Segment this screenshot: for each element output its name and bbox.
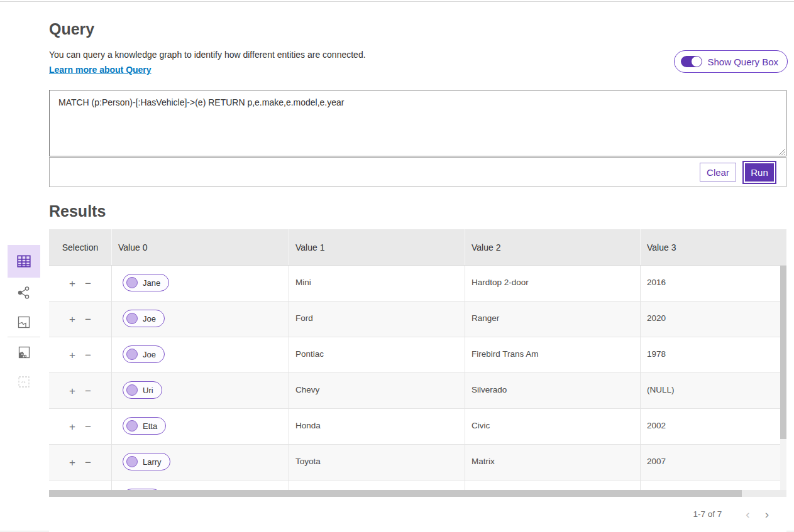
table-footer: 1-7 of 7 ‹ ›: [49, 497, 786, 531]
table-header-row: Selection Value 0 Value 1 Value 2 Value …: [49, 229, 786, 265]
entity-node-icon: [126, 456, 138, 467]
pagination-next-icon[interactable]: ›: [765, 508, 769, 520]
entity-cell: Larry: [112, 445, 289, 480]
entity-chip[interactable]: Etta: [123, 417, 166, 435]
cell-value1: Honda: [289, 409, 465, 444]
remove-selection-button[interactable]: −: [85, 421, 91, 432]
pagination-prev-icon[interactable]: ‹: [746, 508, 749, 520]
cell-value3: (NULL): [641, 373, 786, 408]
toggle-switch-icon[interactable]: [681, 56, 702, 67]
entity-node-icon: [126, 277, 138, 288]
column-header-value3[interactable]: Value 3: [641, 229, 786, 265]
query-input[interactable]: MATCH (p:Person)-[:HasVehicle]->(e) RETU…: [49, 90, 786, 156]
column-header-value1[interactable]: Value 1: [289, 229, 465, 265]
map-overlay-icon: [16, 345, 31, 360]
clear-button[interactable]: Clear: [700, 163, 736, 182]
entity-chip-label: Jane: [143, 278, 160, 288]
selection-disabled-icon: [16, 374, 31, 389]
cell-value2: Matrix: [465, 445, 641, 480]
results-section-title: Results: [49, 202, 106, 220]
cell-value1: Pontiac: [289, 337, 465, 372]
learn-more-link[interactable]: Learn more about Query: [49, 65, 152, 75]
add-selection-button[interactable]: +: [69, 386, 75, 396]
selection-cell: + −: [49, 301, 112, 337]
sidebar-item-map-view[interactable]: [8, 307, 40, 337]
cell-value1: Chevy: [289, 373, 465, 408]
table-row: + − Joe Pontiac Firebird Trans Am 1978: [49, 337, 786, 373]
entity-cell: Joe: [112, 337, 289, 372]
run-button[interactable]: Run: [744, 162, 775, 183]
horizontal-scrollbar[interactable]: [49, 490, 786, 497]
add-selection-button[interactable]: +: [69, 278, 75, 289]
add-selection-button[interactable]: +: [69, 457, 75, 468]
entity-chip-label: Uri: [143, 386, 153, 395]
cell-value2: Ranger: [465, 301, 641, 337]
selection-cell: + −: [49, 337, 112, 372]
entity-chip[interactable]: Larry: [123, 453, 170, 470]
remove-selection-button[interactable]: −: [85, 386, 91, 396]
entity-chip[interactable]: Joe: [123, 345, 165, 363]
entity-node-icon: [126, 349, 138, 360]
cell-value2: Civic: [465, 409, 641, 444]
selection-cell: + −: [49, 480, 112, 490]
entity-chip-label: Larry: [143, 457, 162, 467]
toggle-label: Show Query Box: [707, 57, 778, 67]
remove-selection-button[interactable]: −: [85, 278, 91, 289]
horizontal-scrollbar-thumb[interactable]: [49, 490, 742, 497]
cell-value2: Silverado: [465, 373, 641, 408]
table-icon: [16, 253, 32, 269]
selection-cell: + −: [49, 373, 112, 408]
cell-value3: 2020: [641, 301, 786, 337]
map-icon: [16, 315, 31, 330]
query-section-title: Query: [49, 20, 94, 38]
table-row: + −: [49, 480, 786, 490]
column-header-selection[interactable]: Selection: [49, 229, 112, 265]
cell-value3: 2016: [641, 266, 786, 301]
cell-value3: 2007: [641, 445, 786, 480]
cell-value3: 1978: [641, 337, 786, 372]
entity-node-icon: [126, 313, 138, 324]
cell-value2: Firebird Trans Am: [465, 337, 641, 372]
entity-node-icon: [126, 420, 138, 432]
selection-cell: + −: [49, 409, 112, 444]
entity-chip[interactable]: Joe: [123, 310, 165, 327]
sidebar-item-table-view[interactable]: [8, 245, 40, 278]
query-description: You can query a knowledge graph to ident…: [49, 50, 366, 60]
pagination-range: 1-7 of 7: [693, 509, 722, 519]
link-chart-icon: [16, 285, 31, 300]
entity-chip-label: Joe: [143, 350, 156, 359]
cell-value2: [465, 480, 641, 490]
column-header-value2[interactable]: Value 2: [465, 229, 641, 265]
add-selection-button[interactable]: +: [69, 350, 75, 361]
table-row: + − Etta Honda Civic 2002: [49, 409, 786, 445]
cell-value1: Mini: [289, 266, 465, 301]
entity-chip[interactable]: Jane: [123, 274, 169, 291]
cell-value3: [641, 480, 786, 490]
sidebar-item-selection-view: [8, 367, 40, 396]
cell-value3: 2002: [641, 409, 786, 444]
entity-chip[interactable]: Uri: [123, 381, 162, 399]
column-header-value0[interactable]: Value 0: [112, 229, 289, 265]
entity-chip-label: Etta: [143, 421, 157, 431]
remove-selection-button[interactable]: −: [85, 457, 91, 468]
show-query-box-toggle[interactable]: Show Query Box: [674, 50, 788, 73]
vertical-scrollbar[interactable]: [780, 266, 786, 490]
remove-selection-button[interactable]: −: [85, 314, 91, 325]
toggle-knob: [692, 57, 702, 67]
cell-value1: Toyota: [289, 445, 465, 480]
remove-selection-button[interactable]: −: [85, 350, 91, 361]
table-row: + − Jane Mini Hardtop 2-door 2016: [49, 266, 786, 301]
entity-cell: Etta: [112, 409, 289, 444]
cell-value2: Hardtop 2-door: [465, 266, 641, 301]
table-row: + − Uri Chevy Silverado (NULL): [49, 373, 786, 409]
result-view-sidebar: [8, 245, 40, 396]
entity-cell: Uri: [112, 373, 289, 408]
entity-cell: [112, 480, 289, 490]
sidebar-item-add-to-map-view[interactable]: [8, 337, 40, 367]
vertical-scrollbar-thumb[interactable]: [780, 266, 786, 439]
entity-chip-label: Joe: [143, 314, 156, 323]
sidebar-item-link-chart-view[interactable]: [8, 278, 40, 307]
add-selection-button[interactable]: +: [69, 421, 75, 432]
add-selection-button[interactable]: +: [69, 314, 75, 325]
selection-cell: + −: [49, 445, 112, 480]
